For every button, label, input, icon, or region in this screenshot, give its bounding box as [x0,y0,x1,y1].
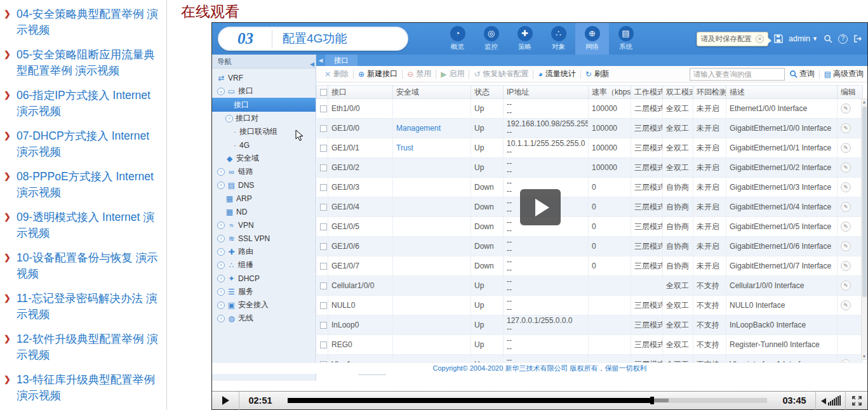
expand-icon[interactable]: › [217,261,225,269]
expand-icon[interactable]: ⌄ [217,88,225,95]
row-checkbox[interactable] [320,263,327,270]
expand-icon[interactable]: › [217,315,225,322]
column-header[interactable]: 状态 [471,86,504,99]
traffic-stats-button[interactable]: ◕流量统计 [533,69,580,79]
nav-item-dns[interactable]: ›▤DNS [212,178,316,192]
nav-item-link[interactable]: ›∞链路 [212,165,316,178]
expand-icon[interactable]: › [225,115,233,122]
search-input[interactable] [690,68,785,81]
tutorial-link[interactable]: ❯11-忘记登录密码解决办法 演示视频 [4,291,163,322]
disable-button[interactable]: ⊖禁用 [403,69,436,79]
row-checkbox[interactable] [320,184,327,191]
tab-interface[interactable]: 接口 [325,55,357,66]
nav-item-vrf[interactable]: ⇄VRF [212,71,316,84]
row-checkbox[interactable] [320,341,327,348]
row-checkbox[interactable] [320,302,327,309]
nav-collapse-icon[interactable]: ◀ [310,57,314,71]
expand-icon[interactable]: › [217,301,225,309]
edit-icon[interactable]: ✎ [841,123,851,133]
tutorial-link[interactable]: ❯06-指定IP方式接入 Internet 演示视频 [4,88,163,119]
column-header[interactable]: 安全域 [393,86,471,99]
delete-button[interactable]: ✕删除 [320,69,353,79]
column-header[interactable]: 环回检测 [693,86,726,99]
volume-button[interactable] [816,395,845,406]
row-checkbox[interactable] [320,223,327,230]
row-checkbox[interactable] [320,282,327,289]
nav-item-interface-group[interactable]: ⌄▭接口 [212,84,316,98]
nav-item-security-zone[interactable]: ◆安全域 [212,152,316,165]
security-zone-link[interactable]: Management [396,124,441,133]
top-nav-network[interactable]: ⊕网络 [575,23,609,55]
help-icon[interactable]: ? [838,34,848,44]
top-nav-objects[interactable]: ∴对象 [542,23,575,55]
panel-collapse-icon[interactable]: ◀ [316,55,325,66]
row-checkbox[interactable] [320,125,327,132]
column-header[interactable]: 编辑 [838,86,863,99]
nav-item-services[interactable]: ›☰服务 [212,285,316,298]
tutorial-link[interactable]: ❯05-安全策略阻断应用流量典型配置举例 演示视频 [4,47,163,79]
edit-icon[interactable]: ✎ [841,143,851,153]
row-checkbox[interactable] [320,105,327,112]
nav-item-vpn[interactable]: ›≈VPN [212,218,316,232]
expand-icon[interactable]: › [217,275,225,282]
row-checkbox[interactable] [320,322,327,329]
expand-icon[interactable]: › [217,222,225,229]
nav-item-secure-access[interactable]: ›▣安全接入 [212,298,316,312]
tutorial-link[interactable]: ❯13-特征库升级典型配置举例 演示视频 [4,372,163,404]
save-icon[interactable] [774,34,783,43]
edit-icon[interactable]: ✎ [841,261,851,271]
enable-button[interactable]: ▶启用 [436,69,469,79]
column-header[interactable]: 工作模式 [631,86,663,99]
tutorial-link[interactable]: ❯10-设备配置备份与恢复 演示视频 [4,250,163,282]
select-all-checkbox[interactable] [320,89,327,96]
new-interface-button[interactable]: ⊕新建接口 [354,69,402,79]
seek-bar[interactable] [288,398,767,403]
nav-item-wireless[interactable]: ›◍无线 [212,312,316,325]
nav-item-interface[interactable]: 接口 [212,98,316,112]
expand-icon[interactable]: › [217,288,225,296]
logout-icon[interactable] [853,34,862,43]
column-header[interactable]: 接口 [328,86,393,99]
search-icon[interactable] [824,34,832,43]
security-zone-link[interactable]: Trust [396,143,413,152]
top-nav-monitor[interactable]: ◎监控 [474,23,508,55]
top-nav-overview[interactable]: ◔概览 [441,23,474,55]
edit-icon[interactable]: ✎ [841,241,851,251]
edit-icon[interactable]: ✎ [841,103,851,114]
edit-icon[interactable]: ✎ [841,222,851,232]
table-scrollbar[interactable]: ▲ ▼ [861,98,867,360]
tutorial-link[interactable]: ❯08-PPPoE方式接入 Internet 演示视频 [4,169,163,201]
edit-icon[interactable]: ✎ [841,182,851,192]
expand-icon[interactable]: › [217,168,225,176]
edit-icon[interactable]: ✎ [841,281,851,291]
tooltip-close-icon[interactable]: ✕ [756,35,764,43]
refresh-button[interactable]: ↻刷新 [581,69,614,79]
nav-item-nd[interactable]: ▦ND [212,205,316,218]
scrollbar-thumb[interactable] [862,107,867,297]
row-checkbox[interactable] [320,204,327,211]
top-nav-system[interactable]: ▤系统 [609,23,643,55]
row-checkbox[interactable] [320,164,327,171]
tutorial-link[interactable]: ❯07-DHCP方式接入 Internet 演示视频 [4,128,163,160]
expand-icon[interactable]: › [217,182,225,189]
big-play-button[interactable] [520,189,561,225]
scroll-up-icon[interactable]: ▲ [862,100,867,104]
top-nav-policy[interactable]: ✚策略 [508,23,542,55]
edit-icon[interactable]: ✎ [841,202,851,212]
edit-icon[interactable]: ✎ [841,300,851,310]
fullscreen-button[interactable] [846,396,867,406]
query-button[interactable]: 查询 [789,69,815,79]
nav-item-multicast[interactable]: ›∴组播 [212,258,316,272]
column-header[interactable]: 速率（kbps） [589,86,631,99]
seek-handle[interactable] [650,397,654,404]
nav-item-interface-pair[interactable]: ›接口对 [212,112,316,125]
nav-item-ssl-vpn[interactable]: ›≋SSL VPN [212,232,316,245]
tutorial-link[interactable]: ❯04-安全策略典型配置举例 演示视频 [4,6,163,38]
expand-icon[interactable]: › [217,235,225,242]
user-menu[interactable]: admin ▼ [789,34,818,43]
edit-icon[interactable]: ✎ [841,162,851,173]
column-header[interactable]: 双工模式 [663,86,693,99]
tutorial-link[interactable]: ❯09-透明模式接入 Internet 演示视频 [4,209,163,241]
row-checkbox[interactable] [320,243,327,250]
play-button[interactable] [212,396,239,405]
